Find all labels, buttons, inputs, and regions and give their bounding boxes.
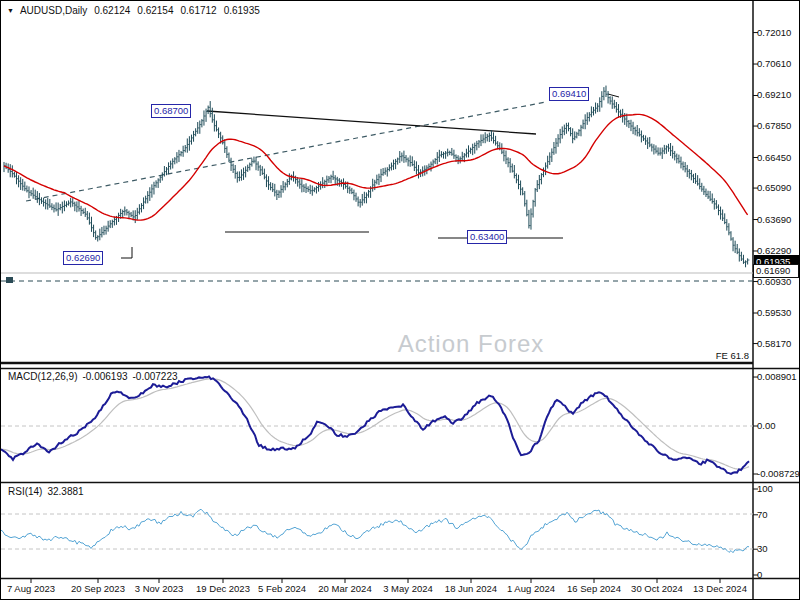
ohlc-open: 0.62124 (94, 5, 130, 16)
rsi-chart-surface[interactable] (1, 484, 753, 577)
time-axis[interactable] (1, 579, 753, 600)
chart-window: Action Forex ▼AUDUSD,Daily0.621240.62154… (0, 0, 800, 600)
ohlc-high: 0.62154 (137, 5, 173, 16)
symbol-dropdown-icon[interactable]: ▼ (7, 7, 14, 14)
symbol-header: ▼AUDUSD,Daily0.621240.621540.617120.6193… (7, 5, 267, 16)
symbol-name: AUDUSD,Daily (20, 5, 87, 16)
macd-chart-surface[interactable] (1, 369, 753, 481)
price-axis[interactable] (753, 1, 800, 578)
ohlc-close: 0.61935 (224, 5, 260, 16)
main-chart-surface[interactable] (1, 19, 753, 363)
ohlc-low: 0.61712 (180, 5, 216, 16)
